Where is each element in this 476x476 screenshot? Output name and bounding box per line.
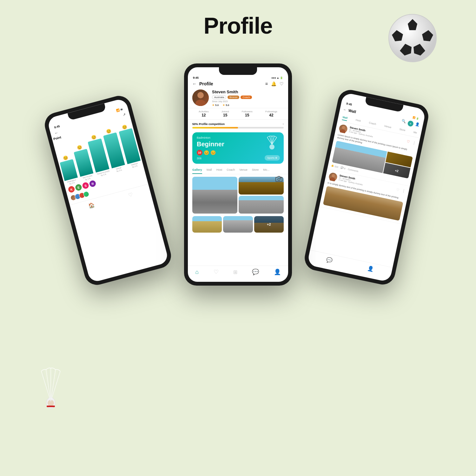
nav-chat-center[interactable]: 💬 bbox=[252, 268, 259, 275]
badge-emoji-2: 😊 bbox=[210, 150, 216, 155]
svg-point-18 bbox=[197, 92, 204, 98]
nav-home-center[interactable]: ⌂ bbox=[195, 269, 199, 275]
bar-emoji-4: 😊 bbox=[106, 128, 112, 134]
like-icon-1: 👍 bbox=[331, 164, 334, 168]
signal-left: 📶 ≋ bbox=[116, 108, 123, 112]
user-icon-right[interactable]: 👤 bbox=[415, 122, 420, 129]
nav-user-right[interactable]: 👤 bbox=[367, 265, 375, 273]
signal-center: ●●● ▲ 🔋 bbox=[271, 76, 283, 79]
gallery-img-b2 bbox=[223, 216, 253, 233]
wall-post-2-avatar bbox=[328, 172, 338, 182]
comment-action-1[interactable]: 💬 8 bbox=[340, 166, 346, 170]
sports-button[interactable]: Sports ⊕ bbox=[265, 155, 280, 161]
gallery-img-b3: +2 bbox=[254, 216, 284, 233]
svg-line-9 bbox=[41, 371, 51, 401]
wall-tab-host[interactable]: Host bbox=[355, 117, 361, 124]
nav-grid-center[interactable]: ⊞ bbox=[233, 269, 237, 275]
menu-icon-center[interactable]: ≡ bbox=[265, 81, 268, 86]
time-center: 9:45 bbox=[193, 76, 199, 79]
tab-gallery[interactable]: Gallery bbox=[192, 166, 202, 174]
add-icon-right[interactable]: + bbox=[407, 120, 414, 127]
phone-right: 9:45 📶 🔋 ← Wall 🔍 + 👤 bbox=[302, 88, 431, 287]
more-icon-post1[interactable]: ⋮ bbox=[412, 141, 416, 145]
svg-line-13 bbox=[51, 371, 60, 401]
bar-emoji-5: 😊 bbox=[122, 124, 128, 130]
profile-tabs: Gallery Wall Host Coach Venue Store Mo..… bbox=[188, 166, 288, 174]
sports-plus-icon: ⊕ bbox=[275, 156, 277, 159]
gallery-overlay: +2 bbox=[254, 216, 284, 233]
stats-row: Activities 12 Joined 15 Followers 15 F bbox=[188, 108, 288, 120]
sports-label: Sports bbox=[267, 156, 274, 159]
badge-number: 10 bbox=[197, 150, 202, 155]
stat-label-joined: Joined bbox=[221, 110, 229, 113]
wall-post-1-avatar bbox=[338, 124, 348, 134]
heart-icon-post2[interactable]: ♡ bbox=[396, 188, 400, 192]
wall-post-1-actions-top: ♡ ⋮ bbox=[406, 138, 416, 148]
heart-icon-center[interactable]: ♡ bbox=[280, 81, 284, 86]
user-details: Steven Smith Australia Bronze Coach Sinc… bbox=[212, 89, 284, 107]
sport-card[interactable]: Badminton Beginner 10 😊 😊 306 bbox=[192, 132, 284, 164]
wall-tab-wall[interactable]: Wall bbox=[342, 115, 348, 121]
back-btn-center[interactable]: ← bbox=[192, 81, 197, 86]
search-icon-right[interactable]: 🔍 bbox=[401, 119, 406, 126]
back-btn-left[interactable]: ← bbox=[54, 130, 59, 136]
wall-tab-venue[interactable]: Venue bbox=[384, 124, 392, 130]
stat-label-followers: Followers bbox=[242, 110, 253, 113]
user-since: Since July 2023 bbox=[212, 100, 284, 102]
tag-country: Australia bbox=[212, 95, 226, 99]
tab-more[interactable]: Mo... bbox=[263, 166, 269, 174]
user-name: Steven Smith bbox=[212, 89, 284, 94]
back-btn-right[interactable]: ← bbox=[343, 107, 347, 112]
sport-card-icon bbox=[264, 135, 280, 153]
svg-line-21 bbox=[267, 137, 272, 144]
profile-completion-row: 50% Profile competition › bbox=[188, 120, 288, 127]
wall-tab-store[interactable]: Store bbox=[399, 127, 406, 134]
bar-emoji-3: 😊 bbox=[90, 134, 96, 140]
nav-user-center[interactable]: 👤 bbox=[274, 268, 281, 275]
badge-r: R bbox=[89, 180, 96, 187]
bar-emoji-1: 😊 bbox=[63, 155, 69, 161]
like-action-1[interactable]: 👍 523 bbox=[331, 164, 339, 169]
comments-label-1: Comments bbox=[347, 168, 359, 172]
tag-bronze: Bronze bbox=[228, 96, 239, 99]
comment-count-1: 8 bbox=[344, 167, 346, 170]
camera-add-icon[interactable] bbox=[275, 175, 282, 184]
chart-bar-1 bbox=[60, 159, 78, 181]
rating-value-2: 5.0 bbox=[226, 104, 229, 107]
tab-wall[interactable]: Wall bbox=[207, 166, 212, 174]
svg-point-31 bbox=[331, 174, 335, 178]
nav-home-left[interactable]: 🏠 bbox=[88, 202, 95, 209]
stat-value-activities: 12 bbox=[199, 113, 209, 117]
svg-line-25 bbox=[272, 137, 277, 144]
phones-wrapper: 9:45 📶 ≋ ← ↗ Point 😊 bbox=[63, 63, 413, 413]
soccer-ball-decoration bbox=[387, 13, 438, 63]
bar-emoji-2: 😊 bbox=[76, 144, 83, 150]
share-icon-left[interactable]: ↗ bbox=[122, 112, 126, 117]
tab-coach[interactable]: Coach bbox=[227, 166, 235, 174]
wall-tab-me[interactable]: Me bbox=[413, 130, 417, 136]
gallery-img-main bbox=[192, 177, 237, 214]
star-icon-1: ★ bbox=[212, 103, 215, 107]
right-phone-content: 9:45 📶 🔋 ← Wall 🔍 + 👤 bbox=[307, 92, 426, 282]
stat-activities: Activities 12 bbox=[199, 110, 209, 117]
wall-header-left: ← Wall bbox=[343, 107, 356, 114]
more-icon-post2[interactable]: ⋮ bbox=[402, 189, 406, 193]
nav-chat-right[interactable]: 💬 bbox=[326, 256, 334, 264]
tab-store[interactable]: Store bbox=[252, 166, 259, 174]
stat-value-followings: 42 bbox=[265, 113, 277, 117]
nav-heart-center[interactable]: ♡ bbox=[214, 268, 219, 275]
heart-icon-post1[interactable]: ♡ bbox=[406, 139, 410, 144]
bottom-nav-center: ⌂ ♡ ⊞ 💬 👤 bbox=[188, 266, 288, 282]
svg-rect-8 bbox=[47, 406, 55, 407]
bell-icon-center[interactable]: 🔔 bbox=[271, 81, 276, 86]
tab-venue[interactable]: Venue bbox=[239, 166, 248, 174]
tab-host[interactable]: Host bbox=[216, 166, 222, 174]
completion-arrow[interactable]: › bbox=[283, 122, 284, 126]
time-left: 9:45 bbox=[54, 125, 60, 129]
stat-label-activities: Activities bbox=[199, 110, 209, 113]
nav-heart-left[interactable]: ♡ bbox=[128, 191, 133, 198]
user-avatar bbox=[192, 89, 209, 106]
svg-line-24 bbox=[272, 136, 274, 144]
wall-tab-coach[interactable]: Coach bbox=[368, 120, 377, 127]
svg-point-19 bbox=[195, 100, 206, 106]
